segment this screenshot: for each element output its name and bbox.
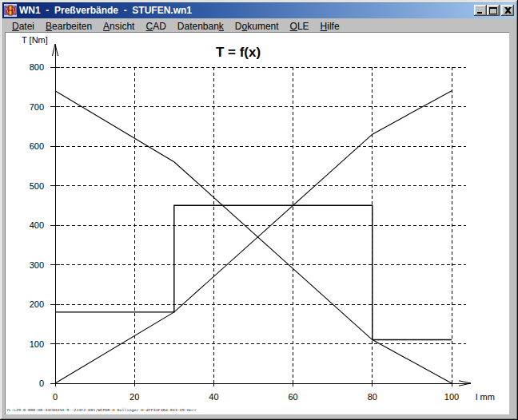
title-bar[interactable]: WN1 - Preßverbände - STUFEN.wn1 bbox=[2, 2, 516, 18]
y-tick-label: 500 bbox=[30, 181, 44, 191]
x-tick-label: 0 bbox=[53, 392, 58, 402]
x-tick-label: 80 bbox=[368, 392, 377, 402]
menu-item-dokument[interactable]: Dokument bbox=[229, 19, 285, 34]
menu-item-cad[interactable]: CAD bbox=[140, 19, 171, 34]
y-tick-label: 100 bbox=[30, 339, 44, 349]
torque-chart: 0100200300400500600700800020406080100T [… bbox=[5, 32, 509, 414]
maximize-icon bbox=[489, 7, 497, 14]
menu-item-datenbank[interactable]: Datenbank bbox=[172, 19, 229, 34]
y-tick-label: 200 bbox=[30, 299, 44, 309]
close-icon bbox=[504, 7, 512, 14]
minimize-button[interactable] bbox=[474, 5, 487, 16]
x-tick-label: 60 bbox=[288, 392, 297, 402]
y-tick-label: 300 bbox=[30, 260, 44, 270]
x-axis-label: l mm bbox=[476, 392, 495, 402]
y-axis-arrow-icon bbox=[53, 44, 58, 56]
x-axis-arrow-icon bbox=[459, 381, 471, 386]
chart-client-area: 0100200300400500600700800020406080100T [… bbox=[5, 32, 509, 414]
x-tick-label: 40 bbox=[209, 392, 218, 402]
wn1-app-icon bbox=[4, 4, 17, 17]
series-torque-descending bbox=[55, 91, 452, 383]
y-tick-label: 400 bbox=[30, 220, 44, 230]
maximize-button[interactable] bbox=[487, 5, 500, 16]
y-tick-label: 0 bbox=[39, 378, 44, 388]
app-window: WN1 - Preßverbände - STUFEN.wn1 DateiBea… bbox=[0, 0, 518, 420]
menu-item-datei[interactable]: Datei bbox=[6, 19, 40, 34]
x-tick-label: 100 bbox=[444, 392, 459, 402]
menu-item-bearbeiten[interactable]: Bearbeiten bbox=[40, 19, 98, 34]
window-title: WN1 - Preßverbände - STUFEN.wn1 bbox=[19, 4, 474, 17]
series-step-torque-capacity bbox=[55, 205, 452, 339]
chart-title: T = f(x) bbox=[216, 45, 261, 60]
x-tick-label: 20 bbox=[130, 392, 139, 402]
y-axis-label: T [Nm] bbox=[22, 35, 48, 45]
menu-item-hilfe[interactable]: Hilfe bbox=[315, 19, 345, 34]
series-torque-ascending bbox=[55, 91, 452, 383]
y-tick-label: 800 bbox=[30, 62, 44, 72]
minimize-icon bbox=[476, 7, 484, 14]
y-tick-label: 600 bbox=[30, 141, 44, 151]
menu-item-ole[interactable]: OLE bbox=[285, 19, 315, 34]
y-tick-label: 700 bbox=[30, 102, 44, 112]
status-footer-text: 7L-L29-0-000-H0-34CDH45H-9--2J4F2-D01/WC… bbox=[6, 408, 197, 412]
menu-item-ansicht[interactable]: Ansicht bbox=[98, 19, 140, 34]
close-button[interactable] bbox=[501, 5, 514, 16]
